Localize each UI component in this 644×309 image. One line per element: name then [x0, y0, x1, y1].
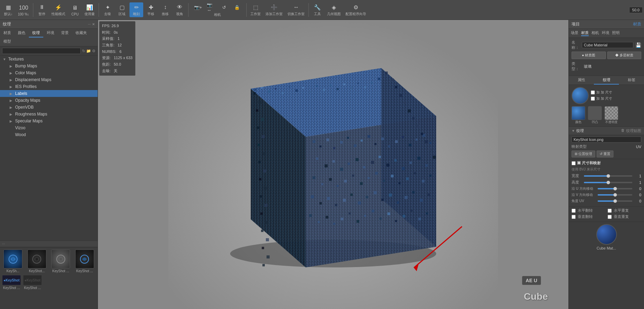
tree-item-ies-profiles[interactable]: ▶ IES Profiles	[0, 83, 98, 90]
thumb-keyshot-1[interactable]: KeySh...	[2, 250, 24, 273]
tab-material[interactable]: 材质	[0, 29, 14, 37]
cut-cam-button[interactable]: 📷↔	[205, 3, 217, 12]
reset-btn[interactable]: ↺ 重置	[597, 151, 613, 157]
tex-check-2[interactable]	[591, 97, 595, 101]
material-name-input[interactable]	[582, 42, 633, 48]
config-button[interactable]: ⚙ 配置程序向导	[343, 2, 368, 17]
tree-item-wood[interactable]: Wood	[0, 131, 98, 138]
settings-icon[interactable]: ⚙	[92, 49, 95, 53]
tree-item-openvdb[interactable]: ▶ OpenVDB	[0, 104, 98, 111]
rp-tab-lighting[interactable]: 照明	[612, 30, 620, 36]
angle-slider[interactable]	[598, 200, 632, 202]
prop-tab-texture[interactable]: 纹理	[594, 76, 619, 85]
tex-check-1[interactable]	[591, 90, 595, 95]
tree-item-specular-maps[interactable]: ▶ Specular Maps	[0, 118, 98, 124]
tex-map-btn[interactable]: 纹理贴图	[626, 128, 641, 133]
expand-icon: ▶	[10, 71, 14, 75]
tools-button[interactable]: 🔧 工具	[310, 2, 324, 17]
edit-button[interactable]: ✏ 雕刻	[129, 2, 143, 17]
texture-preview-circle[interactable]	[572, 87, 589, 104]
h-tile-check[interactable]	[608, 209, 612, 213]
mat-multi-btn[interactable]: ◆ 多层材质	[607, 52, 642, 59]
svg-rect-55	[340, 141, 343, 144]
lock-cam-icon: 🔒	[233, 3, 241, 12]
tree-item-opacity-maps[interactable]: ▶ Opacity Maps	[0, 97, 98, 104]
expand-icon: ▼	[3, 57, 7, 61]
h-flip-check[interactable]	[572, 209, 576, 213]
mode-dropdown[interactable]: ▦ 默认↓	[1, 2, 15, 17]
pause-button[interactable]: ⏸ 暂停	[35, 2, 49, 17]
thumb-keyshot-2[interactable]: KeyShot...	[26, 250, 48, 273]
width-slider[interactable]	[584, 175, 632, 177]
tree-item-roughness-maps[interactable]: ▶ Roughness Maps	[0, 111, 98, 118]
perf-button[interactable]: ⚡ 性能模式	[49, 2, 67, 17]
tree-item-labels[interactable]: ▶ Labels	[0, 90, 98, 97]
add-studio-button[interactable]: ➕ 添加工作室	[263, 2, 285, 17]
zoom-dropdown[interactable]: 100 100 %↓	[16, 3, 31, 17]
tex-delete-btn[interactable]: 🗑	[621, 128, 625, 133]
tab-environment[interactable]: 环境	[43, 29, 58, 37]
cpu-button[interactable]: 🖥 CPU	[68, 3, 82, 17]
svg-rect-100	[311, 195, 314, 198]
height-slider[interactable]	[584, 182, 632, 183]
v-move-slider[interactable]	[598, 194, 632, 196]
rp-tab-environment[interactable]: 环境	[602, 30, 609, 36]
tab-model[interactable]: 模型	[0, 37, 14, 46]
tab-background[interactable]: 背景	[58, 29, 72, 37]
mat-graph-btn[interactable]: ● 材质图	[572, 52, 606, 59]
push-button[interactable]: ↕ 推移	[158, 2, 172, 17]
v-tile-check[interactable]	[608, 215, 612, 219]
denoise-button[interactable]: ✦ 去噪	[101, 2, 114, 17]
color-swatch[interactable]	[572, 106, 585, 120]
refresh-icon[interactable]: ↻	[82, 49, 85, 53]
tree-item-vizoo[interactable]: Vizoo	[0, 124, 98, 131]
thumb-keyshot-logo-2[interactable]: ●KeyShot KeyShot ...	[23, 275, 42, 290]
cut-studio-button[interactable]: ↔ 切换工作室	[285, 2, 307, 17]
focus-input[interactable]: 50.0	[629, 7, 643, 13]
texture-section-header[interactable]: ▼ 纹理 🗑 纹理贴图	[569, 127, 644, 135]
thumb-keyshot-3[interactable]: KeyShot ...	[50, 250, 72, 273]
rp-tab-material[interactable]: 材质	[581, 30, 589, 36]
search-input[interactable]	[2, 48, 81, 54]
reset-cam-button[interactable]: ↺	[218, 3, 230, 12]
rp-tab-camera[interactable]: 相机	[591, 30, 599, 36]
lock-cam-button[interactable]: 🔒	[231, 3, 243, 12]
opacity-swatch[interactable]	[605, 106, 618, 120]
folder-icon[interactable]: 📁	[86, 49, 91, 53]
tree-item-displacement-maps[interactable]: ▶ Displacement Maps	[0, 76, 98, 83]
move-button[interactable]: ✚ 平移	[144, 2, 158, 17]
mat-thumb-circle[interactable]	[596, 224, 617, 245]
divider1	[33, 3, 33, 17]
tab-texture[interactable]: 纹理	[29, 29, 43, 37]
right-panel-header: 项目 材质	[569, 20, 644, 29]
usage-button[interactable]: 📊 使用量	[82, 2, 97, 17]
more-icon[interactable]: ···	[2, 242, 5, 246]
geo-view-button[interactable]: ◈ 几何视图	[325, 2, 343, 17]
svg-rect-122	[357, 220, 359, 223]
thumb-keyshot-logo-1[interactable]: ●KeyShot KeyShot ...	[2, 275, 21, 290]
tex-name-input[interactable]	[572, 136, 641, 143]
prop-tab-label[interactable]: 标签	[619, 76, 644, 85]
area-button[interactable]: ▢ 区域	[115, 2, 129, 17]
pos-tex-btn[interactable]: ⊞ 位置纹理	[572, 151, 595, 157]
panel-more-btn[interactable]: ···	[88, 22, 91, 26]
tree-item-color-maps[interactable]: ▶ Color Maps	[0, 69, 98, 76]
bump-swatch[interactable]	[588, 106, 602, 120]
prop-tab-attr[interactable]: 属性	[569, 76, 594, 85]
u-move-slider[interactable]	[598, 188, 632, 189]
view-button[interactable]: 👁 视角	[173, 2, 187, 17]
size-checkbox[interactable]	[572, 161, 576, 165]
add-cam-button[interactable]: 📷+	[192, 3, 204, 12]
tree-item-textures[interactable]: ▼ Textures	[0, 56, 98, 63]
tree-item-bump-maps[interactable]: ▶ Bump Maps	[0, 63, 98, 69]
tab-favorites[interactable]: 收藏夹	[72, 29, 90, 37]
tab-color[interactable]: 颜色	[14, 29, 29, 37]
pause-icon: ⏸	[38, 3, 46, 11]
viewport[interactable]: FPS: 26.9 时间: 0s 采样值: 1 三角形: 12 NURBS: 6…	[98, 20, 568, 309]
thumb-keyshot-4[interactable]: KeyShot ...	[74, 250, 96, 273]
v-flip-check[interactable]	[572, 215, 576, 219]
panel-close-btn[interactable]: ✕	[92, 22, 95, 26]
save-icon[interactable]: 💾	[635, 42, 641, 48]
rp-tab-scene[interactable]: 场景	[571, 30, 578, 36]
studio-button[interactable]: ⬚ 工作室	[248, 2, 263, 17]
